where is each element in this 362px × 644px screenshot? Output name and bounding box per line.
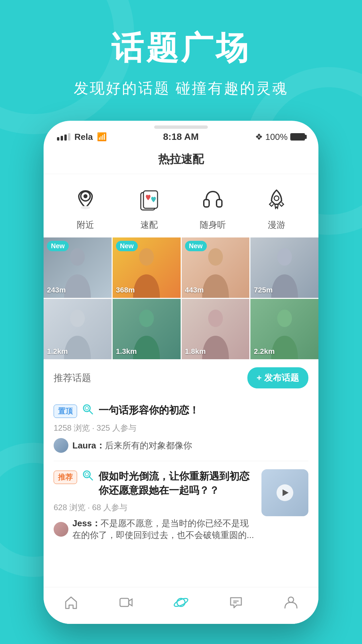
topic-1-comment-row: Laura：后来所有的对象都像你 — [54, 438, 308, 453]
svg-point-14 — [208, 310, 223, 327]
publish-topic-button[interactable]: + 发布话题 — [247, 367, 308, 388]
page-subtitle: 发现好的话题 碰撞有趣的灵魂 — [0, 78, 362, 98]
topic-2-title: 假如时光倒流，让你重新遇到初恋你还愿意跟她在一起吗？？ — [99, 469, 255, 497]
user-card[interactable]: 1.2km — [44, 299, 112, 359]
topics-title: 推荐话题 — [54, 372, 91, 384]
topics-header: 推荐话题 + 发布话题 — [54, 367, 308, 388]
topic-1-title: 一句话形容你的初恋！ — [99, 403, 308, 417]
topic-1-comment: Laura：后来所有的对象都像你 — [72, 440, 308, 451]
rocket-icon — [261, 184, 292, 214]
svg-point-10 — [208, 248, 223, 266]
signal-bars — [57, 133, 70, 141]
distance-badge: 2.2km — [254, 347, 275, 356]
topics-section: 推荐话题 + 发布话题 置顶 一句话形容你的初恋！ 1258 浏览 · 325 … — [44, 359, 318, 557]
svg-point-9 — [139, 248, 154, 266]
topic-2-comment-row: Jess：不是愿不愿意，是当时的你已经不是现在的你了，即使回到过去，也不会破镜重… — [54, 518, 255, 541]
topic-2-content: 推荐 假如时光倒流，让你重新遇到初恋你还愿意跟她在一起吗？？ 628 浏览 · … — [54, 469, 255, 541]
roam-label: 漫游 — [268, 219, 285, 231]
user-card[interactable]: 1.3km — [113, 299, 181, 359]
match-label: 速配 — [140, 219, 158, 231]
signal-bar-2 — [61, 136, 63, 141]
commenter-avatar-2 — [54, 522, 68, 537]
topic-item[interactable]: 置顶 一句话形容你的初恋！ 1258 浏览 · 325 人参与 Laura：后来… — [54, 395, 308, 461]
profile-icon — [282, 594, 300, 611]
status-time: 8:18 AM — [163, 131, 199, 142]
svg-point-11 — [277, 248, 292, 266]
svg-point-12 — [70, 310, 85, 327]
signal-bar-4 — [68, 133, 70, 141]
page-title: 话题广场 — [0, 27, 362, 70]
nav-item-profile[interactable] — [263, 594, 318, 611]
carrier-name: Rela — [74, 132, 93, 142]
user-grid: New 243m New 368m New 443m — [44, 237, 318, 359]
signal-bar-3 — [64, 135, 67, 141]
svg-point-8 — [70, 248, 85, 266]
user-card[interactable]: 725m — [250, 237, 318, 298]
svg-point-7 — [274, 196, 279, 201]
topic-item[interactable]: 推荐 假如时光倒流，让你重新遇到初恋你还愿意跟她在一起吗？？ 628 浏览 · … — [54, 461, 308, 549]
commenter-name-2: Jess： — [72, 518, 101, 528]
location-icon — [70, 184, 101, 214]
recommended-tag: 推荐 — [54, 471, 77, 484]
svg-point-2 — [81, 206, 90, 209]
phone-mockup: Rela 📶 8:18 AM ❖ 100% 热拉速配 附近 — [44, 121, 318, 624]
commenter-name: Laura： — [72, 440, 105, 450]
svg-point-18 — [85, 407, 88, 410]
quick-action-listen[interactable]: 随身听 — [198, 184, 228, 231]
quick-action-match[interactable]: 速配 — [134, 184, 164, 231]
topic-2-meta: 628 浏览 · 68 人参与 — [54, 502, 255, 513]
phone-notch — [154, 125, 208, 129]
nav-item-chat[interactable] — [208, 594, 263, 611]
svg-point-21 — [85, 473, 88, 476]
app-header-title: 热拉速配 — [44, 146, 318, 174]
distance-badge: 243m — [47, 286, 66, 294]
chat-icon — [227, 594, 245, 611]
status-bar-right: ❖ 100% — [255, 132, 305, 142]
user-card[interactable]: 1.8km — [182, 299, 250, 359]
nearby-label: 附近 — [77, 219, 94, 231]
distance-badge: 368m — [116, 286, 135, 294]
nav-item-discover[interactable] — [154, 594, 208, 611]
topic-2-header: 推荐 假如时光倒流，让你重新遇到初恋你还愿意跟她在一起吗？？ — [54, 469, 255, 497]
status-bar-left: Rela 📶 — [57, 132, 107, 142]
topic-item-header: 置顶 一句话形容你的初恋！ — [54, 403, 308, 418]
quick-action-nearby[interactable]: 附近 — [70, 184, 101, 231]
page-header: 话题广场 发现好的话题 碰撞有趣的灵魂 — [0, 0, 362, 112]
user-card[interactable]: New 243m — [44, 237, 112, 298]
user-card[interactable]: New 368m — [113, 237, 181, 298]
svg-point-13 — [139, 310, 154, 327]
play-triangle-icon — [283, 489, 289, 496]
svg-point-15 — [277, 310, 292, 327]
pinned-tag: 置顶 — [54, 405, 77, 418]
battery-percent: 100% — [265, 132, 288, 142]
svg-line-17 — [89, 411, 93, 414]
quick-actions-row: 附近 速配 随身听 — [44, 174, 318, 237]
battery-icon — [290, 133, 305, 141]
bottom-navigation — [44, 587, 318, 624]
svg-point-1 — [83, 194, 87, 198]
distance-badge: 443m — [185, 286, 204, 294]
distance-badge: 1.3km — [116, 347, 137, 356]
nav-item-home[interactable] — [44, 594, 99, 611]
nav-item-video[interactable] — [99, 594, 154, 611]
quick-action-roam[interactable]: 漫游 — [261, 184, 292, 231]
topic-2-comment: Jess：不是愿不愿意，是当时的你已经不是现在的你了，即使回到过去，也不会破镜重… — [72, 518, 255, 541]
play-button[interactable] — [277, 484, 293, 501]
new-badge: New — [185, 241, 207, 251]
user-card[interactable]: New 443m — [182, 237, 250, 298]
topic-search-icon — [82, 403, 94, 415]
planet-icon — [172, 594, 190, 611]
wifi-icon: 📶 — [97, 132, 107, 142]
topic-thumbnail[interactable] — [261, 469, 308, 516]
svg-line-20 — [89, 477, 93, 480]
svg-rect-22 — [120, 598, 129, 606]
distance-badge: 725m — [254, 286, 273, 294]
new-badge: New — [47, 241, 69, 251]
video-icon — [117, 594, 135, 611]
cards-icon — [134, 184, 164, 214]
listen-label: 随身听 — [200, 219, 226, 231]
new-badge: New — [116, 241, 138, 251]
user-card[interactable]: 2.2km — [250, 299, 318, 359]
svg-rect-5 — [204, 200, 209, 207]
topic-2-layout: 推荐 假如时光倒流，让你重新遇到初恋你还愿意跟她在一起吗？？ 628 浏览 · … — [54, 469, 308, 541]
